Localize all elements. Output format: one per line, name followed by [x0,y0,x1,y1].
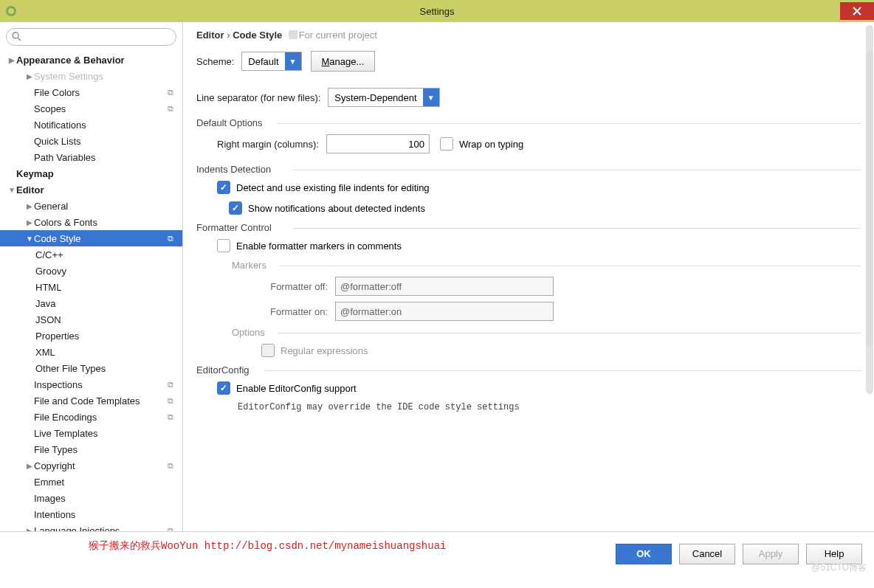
tree-item[interactable]: Intentions [0,506,182,522]
tree-item[interactable]: Live Templates [0,425,182,441]
copy-icon: ⧉ [168,234,173,243]
settings-tree[interactable]: ▶Appearance & Behavior▶System SettingsFi… [0,49,182,531]
ok-button[interactable]: OK [616,544,672,564]
tree-arrow-icon: ▶ [25,462,34,470]
tree-arrow-icon: ▶ [7,56,16,64]
tree-item[interactable]: ▶Colors & Fonts [0,214,182,230]
tree-item[interactable]: ▶Appearance & Behavior [0,52,182,68]
content-panel: Editor › Code Style For current project … [183,22,874,531]
content-scrollbar[interactable] [866,52,873,347]
tree-item[interactable]: Java [0,295,182,311]
tree-item[interactable]: ▶General [0,198,182,214]
notify-indents-checkbox[interactable]: ✓ [229,201,242,215]
wrap-on-typing-checkbox[interactable] [440,137,453,151]
chevron-down-icon[interactable]: ▼ [285,52,301,70]
notify-indents-label: Show notifications about detected indent… [248,203,425,214]
tree-item[interactable]: Other File Types [0,360,182,376]
line-separator-label: Line separator (for new files): [196,92,320,103]
project-icon [289,30,297,39]
right-margin-input[interactable] [326,134,430,153]
markers-title: Markers [232,260,861,271]
window-title: Settings [420,6,455,17]
enable-formatter-markers-checkbox[interactable] [217,239,230,252]
copy-icon: ⧉ [168,396,173,406]
scheme-label: Scheme: [196,56,234,67]
copy-icon: ⧉ [168,104,173,114]
enable-editorconfig-label: Enable EditorConfig support [236,383,357,394]
editorconfig-title: EditorConfig [196,364,861,376]
footer-attribution: 猴子搬来的救兵WooYun http://blog.csdn.net/mynam… [89,539,446,553]
tree-item[interactable]: ▼Editor [0,181,182,198]
options-title: Options [232,327,861,338]
formatter-control-title: Formatter Control [196,222,861,233]
tree-arrow-icon: ▶ [25,218,34,226]
watermark: @51CTO博客 [811,561,867,574]
copy-icon: ⧉ [168,88,173,97]
tree-item[interactable]: File and Code Templates⧉ [0,392,182,409]
tree-item[interactable]: C/C++ [0,246,182,263]
copy-icon: ⧉ [168,380,173,390]
svg-line-3 [18,38,21,41]
enable-editorconfig-checkbox[interactable]: ✓ [217,381,230,395]
tree-item[interactable]: Emmet [0,474,182,490]
tree-arrow-icon: ▼ [7,186,16,194]
tree-item[interactable]: Inspections⧉ [0,376,182,392]
tree-item[interactable]: ▶Copyright⧉ [0,457,182,474]
tree-item[interactable]: ▶System Settings [0,68,182,84]
tree-item[interactable]: XML [0,344,182,360]
tree-item[interactable]: File Types [0,441,182,457]
regex-checkbox [261,344,275,357]
svg-point-2 [13,32,18,38]
chevron-down-icon[interactable]: ▼ [423,89,439,106]
breadcrumb: Editor › Code Style For current project [196,28,861,41]
regex-label: Regular expressions [281,345,368,356]
enable-formatter-markers-label: Enable formatter markers in comments [236,241,402,252]
tree-item[interactable]: ▼Code Style⧉ [0,230,182,246]
app-icon [0,0,22,22]
manage-button[interactable]: Manage... [311,51,376,72]
editorconfig-note: EditorConfig may override the IDE code s… [238,402,861,412]
detect-indents-label: Detect and use existing file indents for… [236,182,430,193]
dialog-footer: 猴子搬来的救兵WooYun http://blog.csdn.net/mynam… [0,531,874,575]
tree-item[interactable]: Notifications [0,117,182,133]
tree-item[interactable]: File Encodings⧉ [0,409,182,425]
titlebar: Settings [0,0,874,22]
line-separator-combo[interactable]: System-Dependent ▼ [328,88,439,107]
copy-icon: ⧉ [168,412,173,422]
tree-item[interactable]: Path Variables [0,149,182,165]
formatter-on-input [335,302,554,321]
search-icon [12,32,21,44]
default-options-title: Default Options [196,117,861,128]
wrap-on-typing-label: Wrap on typing [459,139,523,150]
cancel-button[interactable]: Cancel [679,544,735,564]
tree-item[interactable]: Quick Lists [0,133,182,149]
tree-arrow-icon: ▶ [25,72,34,80]
formatter-off-input [335,277,554,296]
indents-detection-title: Indents Detection [196,164,861,175]
tree-arrow-icon: ▶ [25,202,34,210]
tree-item[interactable]: Groovy [0,263,182,279]
tree-item[interactable]: HTML [0,279,182,295]
apply-button[interactable]: Apply [743,544,799,564]
tree-item[interactable]: Keymap [0,165,182,181]
tree-arrow-icon: ▼ [25,235,34,243]
scheme-combo[interactable]: Default ▼ [241,52,301,71]
copy-icon: ⧉ [168,526,173,532]
formatter-on-label: Formatter on: [232,306,328,317]
tree-item[interactable]: Images [0,490,182,506]
detect-indents-checkbox[interactable]: ✓ [217,181,230,194]
tree-item[interactable]: Properties [0,328,182,344]
tree-item[interactable]: ▶Language Injections⧉ [0,522,182,531]
right-margin-label: Right margin (columns): [217,139,319,150]
copy-icon: ⧉ [168,461,173,471]
sidebar: ▶Appearance & Behavior▶System SettingsFi… [0,22,183,531]
close-button[interactable] [840,2,874,20]
svg-point-1 [8,8,14,14]
search-input[interactable] [6,28,176,46]
formatter-off-label: Formatter off: [232,281,328,292]
main-area: ▶Appearance & Behavior▶System SettingsFi… [0,22,874,531]
tree-item[interactable]: JSON [0,311,182,328]
tree-item[interactable]: Scopes⧉ [0,100,182,117]
tree-item[interactable]: File Colors⧉ [0,84,182,100]
